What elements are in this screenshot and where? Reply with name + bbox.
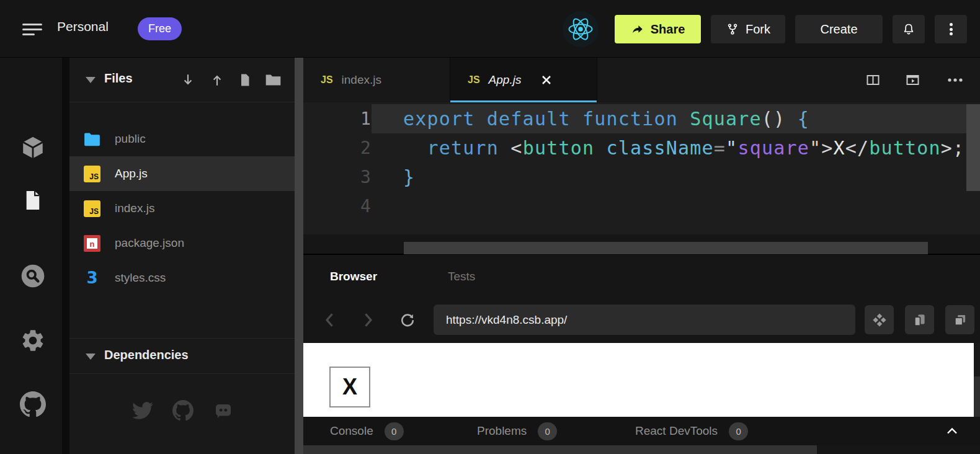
code-line[interactable]: 2 return <button className="square">X</b… [303, 133, 966, 162]
preview-tab-bar: Browser Tests [303, 256, 980, 296]
menu-icon[interactable] [22, 20, 42, 37]
devtools-tab-problems[interactable]: Problems0 [477, 417, 557, 445]
react-logo-icon [563, 11, 599, 47]
devtools-tab-react-devtools[interactable]: React DevTools0 [635, 417, 748, 445]
file-name: public [115, 132, 146, 146]
code-text [372, 192, 966, 221]
close-icon[interactable] [541, 74, 552, 86]
bell-icon [901, 22, 916, 37]
upload-icon[interactable] [205, 68, 229, 92]
cube-icon[interactable] [19, 134, 47, 161]
new-folder-icon[interactable] [261, 68, 285, 92]
files-section-header[interactable]: Files [69, 58, 295, 102]
tab-filename: index.js [342, 73, 381, 87]
twitter-icon[interactable] [132, 400, 153, 421]
file-row[interactable]: public [69, 122, 295, 156]
file-list: publicJSApp.jsJSindex.jsnpackage.json3st… [69, 122, 295, 295]
discord-icon[interactable] [213, 400, 234, 421]
bottom-scroll-zone [303, 445, 980, 454]
share-label: Share [651, 22, 685, 37]
url-input[interactable] [434, 305, 855, 335]
editor-vertical-scrollbar[interactable] [966, 102, 980, 255]
editor-region: JSindex.jsJSApp.js 1export default funct… [303, 58, 980, 256]
devtools-tab-label: Problems [477, 424, 527, 438]
fork-icon [726, 22, 739, 36]
line-number: 2 [303, 133, 372, 162]
panel-resize-handle[interactable] [295, 58, 303, 454]
count-badge: 0 [385, 422, 404, 440]
preview-scrollbar[interactable] [974, 343, 980, 417]
code-line[interactable]: 1export default function Square() { [303, 104, 966, 133]
js-icon: JS [84, 200, 100, 217]
dependencies-section-header[interactable]: Dependencies [69, 338, 295, 374]
devtools-tab-label: React DevTools [635, 424, 718, 438]
more-menu-button[interactable] [935, 15, 967, 43]
reload-icon[interactable] [395, 308, 420, 332]
fork-button[interactable]: Fork [711, 15, 785, 43]
scrollbar-thumb[interactable] [404, 242, 928, 254]
vertical-dots-icon [950, 22, 953, 37]
code-line[interactable]: 4 [303, 192, 966, 221]
chevron-down-icon [86, 354, 96, 360]
code-line[interactable]: 3} [303, 162, 966, 192]
back-icon[interactable] [317, 308, 342, 332]
more-options-icon[interactable] [946, 71, 964, 89]
devtools-tab-label: Console [330, 424, 373, 438]
code-text: } [372, 162, 966, 192]
npm-icon: n [84, 235, 100, 252]
dependencies-title: Dependencies [104, 348, 189, 362]
responsive-mode-icon[interactable] [905, 305, 934, 334]
folder-icon [84, 131, 100, 148]
preview-panel: Browser Tests X [303, 256, 980, 454]
js-file-icon: JS [321, 74, 333, 86]
notifications-button[interactable] [893, 15, 925, 43]
scrollbar-thumb[interactable] [966, 104, 980, 191]
download-icon[interactable] [176, 68, 200, 92]
github-icon[interactable] [172, 400, 194, 421]
file-row[interactable]: JSindex.js [69, 191, 295, 226]
code-text: return <button className="square">X</but… [372, 133, 966, 162]
search-icon[interactable] [19, 262, 47, 290]
create-label: Create [820, 22, 857, 37]
scrollbar-thumb[interactable] [303, 445, 817, 454]
js-file-icon: JS [468, 74, 480, 86]
file-row[interactable]: 3styles.css [69, 260, 295, 295]
new-file-icon[interactable] [233, 68, 257, 92]
files-title: Files [104, 71, 133, 86]
code-editor[interactable]: 1export default function Square() {2 ret… [303, 102, 966, 234]
tab-browser[interactable]: Browser [330, 270, 377, 283]
editor-horizontal-scroll-zone [303, 234, 980, 255]
line-number: 1 [303, 104, 372, 133]
file-name: styles.css [115, 271, 166, 285]
css-icon: 3 [84, 270, 100, 287]
preview-window-icon[interactable] [903, 71, 922, 89]
plan-badge: Free [138, 17, 182, 40]
devtools-tab-console[interactable]: Console0 [330, 417, 404, 445]
top-header: Personal Free Share [0, 0, 980, 58]
share-button[interactable]: Share [615, 15, 701, 43]
editor-tab[interactable]: JSApp.js [450, 58, 597, 102]
browser-preview: X [303, 343, 974, 417]
preview-settings-icon[interactable] [865, 305, 894, 334]
tab-tests[interactable]: Tests [448, 270, 475, 283]
tab-filename: App.js [489, 73, 522, 87]
file-row[interactable]: npackage.json [69, 226, 295, 260]
codesandbox-window: Personal Free Share [0, 0, 980, 454]
split-view-icon[interactable] [863, 71, 882, 89]
file-icon[interactable] [19, 187, 47, 214]
github-icon[interactable] [19, 391, 47, 418]
square-button[interactable]: X [329, 367, 370, 407]
file-name: package.json [115, 236, 184, 250]
js-icon: JS [84, 166, 100, 182]
forward-icon[interactable] [356, 308, 381, 332]
create-button[interactable]: Create [795, 15, 883, 43]
count-badge: 0 [729, 422, 748, 440]
fork-label: Fork [746, 22, 770, 37]
workspace-name[interactable]: Personal [57, 19, 109, 34]
editor-tab[interactable]: JSindex.js [303, 58, 450, 102]
gear-icon[interactable] [19, 327, 47, 354]
chevron-up-icon[interactable] [945, 425, 960, 437]
file-name: App.js [115, 167, 148, 180]
open-new-window-icon[interactable] [945, 305, 974, 334]
file-row[interactable]: JSApp.js [69, 156, 295, 191]
